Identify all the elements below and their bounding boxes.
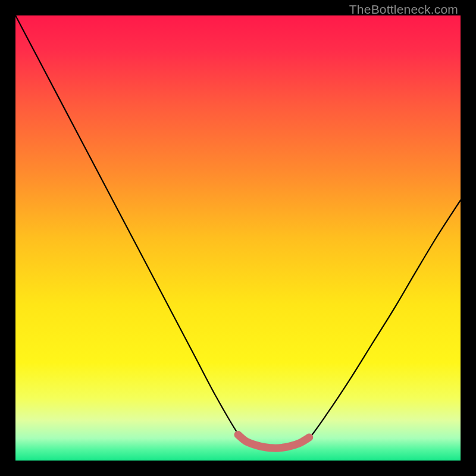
gradient-background (15, 15, 461, 461)
watermark-text: TheBottleneck.com (349, 2, 458, 17)
bottleneck-chart (15, 15, 461, 461)
chart-frame (15, 15, 461, 461)
